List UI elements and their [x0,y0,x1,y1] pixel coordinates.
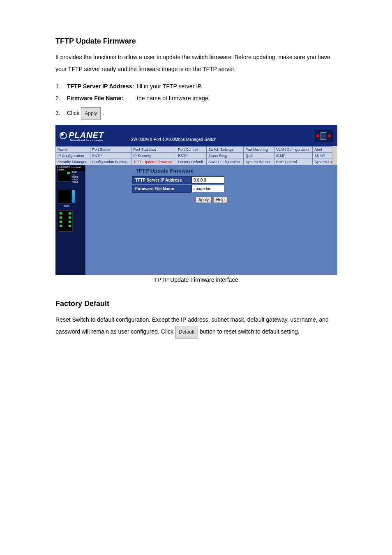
nav-row: Security Manager Configuration Backup TF… [56,159,337,165]
screenshot-tftp-interface: PLANET Networking & Communication ISW-80… [55,125,337,273]
device-module-icon [58,171,71,182]
brand-subtitle: Networking & Communication [70,139,103,141]
nav-item[interactable]: Factory Default [176,159,206,165]
app-body: 8 10/100TX Industrial Switch PWRP.D.PWR1… [55,165,337,275]
app-header: PLANET Networking & Communication ISW-80… [55,125,337,146]
device-module-icon [58,210,73,232]
nav-item[interactable]: IP Security [131,152,176,159]
led-icon [328,135,330,137]
nav-item[interactable]: Port Status [90,146,131,152]
nav-item[interactable]: Save Configuration [206,159,243,165]
form-row-ip: TFTP Server IP Address [132,176,337,184]
nav-item[interactable]: System Reboot [244,159,274,165]
help-button[interactable]: Help [213,197,228,203]
factory-default-paragraph: Reset Switch to default configuration. E… [55,314,337,339]
globe-icon [60,132,67,139]
step-text-post: . [102,107,104,119]
nav-item[interactable]: Rate Control [274,159,313,165]
file-name-label: Firmware File Name [132,185,191,193]
device-icon [314,130,333,142]
main-panel: TFTP Update Firmware TFTP Server IP Addr… [85,165,337,275]
step-text: the name of firmware image. [137,92,210,104]
apply-button[interactable]: Apply [196,197,212,203]
section-heading-tftp: TFTP Update Firmware [55,37,337,46]
led-icon [316,135,319,137]
button-row: Apply Help [196,197,337,203]
device-side-panel: 8 10/100TX Industrial Switch PWRP.D.PWR1… [55,165,85,275]
step-text-pre: Click [67,107,79,119]
step-label: TFTP Server IP Address: [67,81,137,92]
ip-address-input[interactable] [191,176,224,184]
step-row-1: 1. TFTP Server IP Address: fill in your … [55,81,337,92]
nav-item[interactable]: SNTP [90,152,131,159]
figure-caption: TPTP Update Firmware interface [55,276,337,283]
nav-item[interactable]: Switch Settings [206,146,243,152]
step-number: 1. [55,81,67,92]
nav-item[interactable]: Configuration Backup [90,159,131,165]
step-number: 2. [55,92,67,104]
nav-item[interactable]: RSTP [176,152,206,159]
shield-icon [321,132,326,140]
intro-paragraph: It provides the functions to allow a use… [55,51,337,76]
nav-item[interactable]: Super Ring [206,152,243,159]
nav-item[interactable]: IGMP [274,152,313,159]
file-name-input[interactable] [191,185,224,192]
device-module-icon [58,190,71,204]
nav-item[interactable]: Security Manager [56,159,90,165]
apply-button-inline: Apply [81,107,101,120]
text-post: button to reset switch to default settin… [200,328,300,335]
nav-row: IP Configuration SNTP IP Security RSTP S… [56,152,337,159]
nav-row: Home Port Status Port Statistics Port Co… [56,146,337,152]
step-row-3: 3. Click Apply . [55,107,337,120]
nav-item[interactable]: Port Mirroring [244,146,274,152]
section-heading-factory: Factory Default [55,299,337,308]
step-text: fill in your TFTP server IP. [137,81,203,92]
step-number: 3. [55,107,67,119]
step-label: Firmware File Name: [67,92,137,104]
nav-item[interactable]: QoS [244,152,274,159]
ip-address-label: TFTP Server IP Address [132,176,191,184]
nav-item-active[interactable]: TFTP Update Firmware [131,159,176,165]
nav-item[interactable]: Home [56,146,90,152]
default-button-inline: Default [175,326,198,339]
nav-item[interactable]: VLAN Configuration [274,146,313,152]
nav-item[interactable]: IP Configuration [56,152,90,159]
step-row-2: 2. Firmware File Name: the name of firmw… [55,92,337,104]
panel-title: TFTP Update Firmware [136,168,337,174]
nav-item[interactable]: Port Statistics [131,146,176,152]
device-led-labels: PWRP.D.PWR1PWR2FAULT [72,171,78,183]
nav-item[interactable]: Port Control [176,146,206,152]
nav-menu-table: Home Port Status Port Statistics Port Co… [55,146,337,165]
device-title: 8 10/100TX Industrial Switch [56,166,85,171]
form-row-file: Firmware File Name [132,185,337,193]
bargraph-icon [72,190,75,203]
reset-label: Reset [63,205,69,207]
model-label: ISW-800M 8-Port 10/100Mbps Managed Switc… [129,137,217,142]
